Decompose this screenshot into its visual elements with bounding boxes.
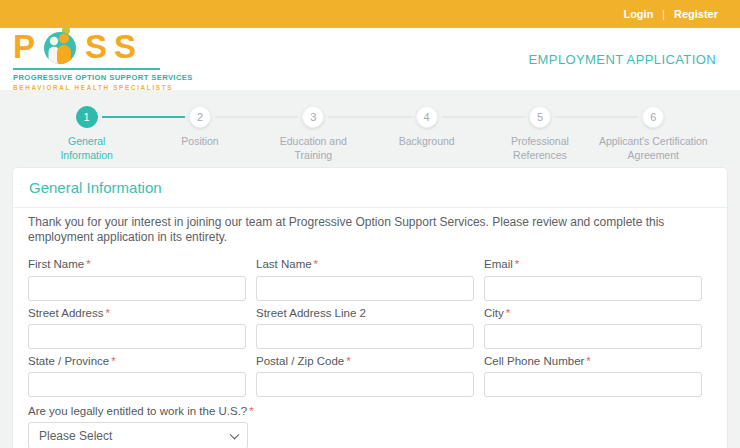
step-number: 2 xyxy=(197,111,203,123)
step-circle-4[interactable]: 4 xyxy=(416,106,438,128)
topbar-separator: | xyxy=(662,9,665,20)
stepper-step-professional-references[interactable]: 5 Professional References xyxy=(483,106,596,162)
logo-letter-s1: S xyxy=(85,30,107,63)
step-connector xyxy=(328,116,411,118)
step-label: Professional References xyxy=(494,135,586,162)
last-name-field: Last Name* xyxy=(256,258,474,300)
step-label: General Information xyxy=(47,135,127,162)
required-asterisk: * xyxy=(111,355,115,367)
stepper-step-general-information[interactable]: 1 General Information xyxy=(30,106,143,162)
work-eligibility-field: Are you legally entitled to work in the … xyxy=(28,405,702,448)
step-circle-3[interactable]: 3 xyxy=(302,106,324,128)
last-name-input[interactable] xyxy=(256,276,474,301)
first-name-label: First Name* xyxy=(28,258,246,271)
stepper-step-certification-agreement[interactable]: 6 Applicant's Certification Agreement xyxy=(597,106,710,162)
first-name-input[interactable] xyxy=(28,276,246,301)
step-number: 4 xyxy=(424,111,430,123)
stepper-step-background[interactable]: 4 Background xyxy=(370,106,483,162)
topbar: Login | Register xyxy=(0,0,740,28)
stepper-step-education-training[interactable]: 3 Education and Training xyxy=(257,106,370,162)
required-asterisk: * xyxy=(586,355,590,367)
register-link[interactable]: Register xyxy=(674,8,718,20)
city-field: City* xyxy=(484,307,702,349)
stepper-step-position[interactable]: 2 Position xyxy=(143,106,256,162)
last-name-label: Last Name* xyxy=(256,258,474,271)
step-circle-1[interactable]: 1 xyxy=(76,106,98,128)
form-body: Thank you for your interest in joining o… xyxy=(13,208,727,448)
stepper: 1 General Information 2 Position 3 Educa… xyxy=(0,90,740,162)
postal-zip-input[interactable] xyxy=(256,372,474,397)
step-connector xyxy=(102,116,185,118)
street-address-line2-label: Street Address Line 2 xyxy=(256,307,474,320)
street-address-input[interactable] xyxy=(28,324,246,349)
step-number: 5 xyxy=(537,111,543,123)
state-province-field: State / Province* xyxy=(28,355,246,397)
work-eligibility-select[interactable]: Please Select xyxy=(28,422,248,448)
cell-phone-field: Cell Phone Number* xyxy=(484,355,702,397)
required-asterisk: * xyxy=(506,307,510,319)
step-connector xyxy=(215,116,298,118)
logo-tagline-secondary: BEHAVIORAL HEALTH SPECIALISTS xyxy=(13,84,193,91)
family-figures-circle-icon xyxy=(42,26,78,66)
email-field: Email* xyxy=(484,258,702,300)
street-address-line2-field: Street Address Line 2 xyxy=(256,307,474,349)
cell-phone-label: Cell Phone Number* xyxy=(484,355,702,368)
intro-text: Thank you for your interest in joining o… xyxy=(28,215,702,245)
street-address-line2-input[interactable] xyxy=(256,324,474,349)
step-circle-2[interactable]: 2 xyxy=(189,106,211,128)
step-label: Position xyxy=(181,135,218,149)
step-circle-6[interactable]: 6 xyxy=(642,106,664,128)
postal-zip-label: Postal / Zip Code* xyxy=(256,355,474,368)
street-address-field: Street Address* xyxy=(28,307,246,349)
general-information-card: General Information Thank you for your i… xyxy=(12,167,728,448)
email-label: Email* xyxy=(484,258,702,271)
required-asterisk: * xyxy=(86,258,90,270)
step-number: 3 xyxy=(310,111,316,123)
state-province-input[interactable] xyxy=(28,372,246,397)
cell-phone-input[interactable] xyxy=(484,372,702,397)
city-label: City* xyxy=(484,307,702,320)
step-circle-5[interactable]: 5 xyxy=(529,106,551,128)
section-title: General Information xyxy=(13,168,727,208)
street-address-label: Street Address* xyxy=(28,307,246,320)
step-label: Education and Training xyxy=(272,135,354,162)
first-name-field: First Name* xyxy=(28,258,246,300)
login-link[interactable]: Login xyxy=(623,8,653,20)
form-grid: First Name* Last Name* Email* Street Add… xyxy=(28,258,702,397)
step-label: Background xyxy=(399,135,455,149)
work-eligibility-label: Are you legally entitled to work in the … xyxy=(28,405,702,418)
step-number: 6 xyxy=(650,111,656,123)
step-connector xyxy=(555,116,638,118)
logo-divider xyxy=(13,68,160,70)
page-title: EMPLOYMENT APPLICATION xyxy=(529,52,716,67)
required-asterisk: * xyxy=(515,258,519,270)
logo-tagline-primary: PROGRESSIVE OPTION SUPPORT SERVICES xyxy=(13,73,193,82)
required-asterisk: * xyxy=(105,307,109,319)
step-number: 1 xyxy=(84,111,90,123)
step-connector xyxy=(442,116,525,118)
required-asterisk: * xyxy=(249,405,253,417)
state-province-label: State / Province* xyxy=(28,355,246,368)
city-input[interactable] xyxy=(484,324,702,349)
postal-zip-field: Postal / Zip Code* xyxy=(256,355,474,397)
required-asterisk: * xyxy=(314,258,318,270)
logo-letter-s2: S xyxy=(114,30,136,63)
email-input[interactable] xyxy=(484,276,702,301)
step-label: Applicant's Certification Agreement xyxy=(597,135,710,162)
work-eligibility-select-wrap: Please Select xyxy=(28,422,248,448)
logo-letters: P S S xyxy=(13,27,193,65)
header: P S S PROGRESSIVE OPTION SUPPORT SE xyxy=(0,28,740,90)
logo[interactable]: P S S PROGRESSIVE OPTION SUPPORT SE xyxy=(13,27,193,91)
logo-letter-p: P xyxy=(13,30,35,63)
required-asterisk: * xyxy=(346,355,350,367)
